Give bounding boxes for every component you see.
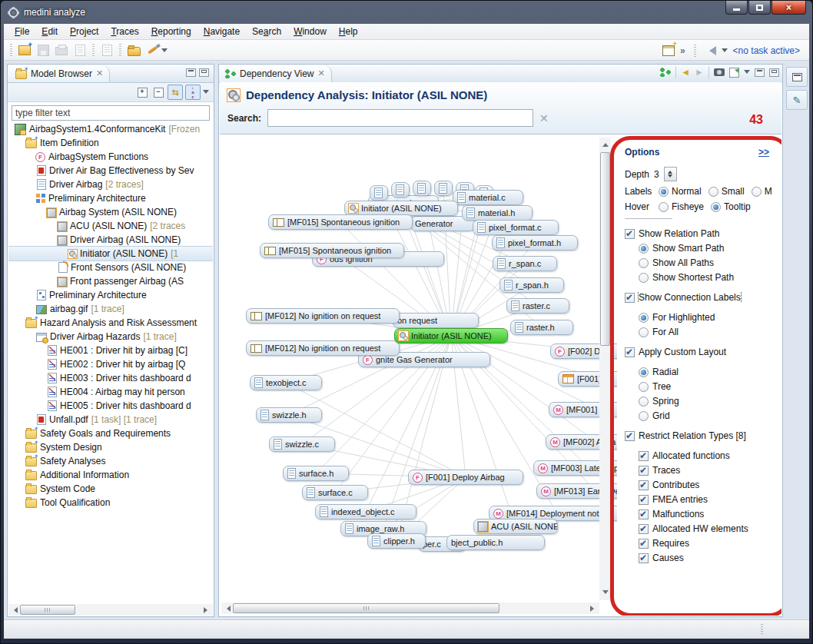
- graph-node-raster-c[interactable]: raster.c: [506, 298, 569, 314]
- view-menu-caret-icon[interactable]: [203, 90, 209, 97]
- radio-small[interactable]: Small: [708, 186, 745, 197]
- new-wizard-button[interactable]: [16, 41, 33, 58]
- graph-node-rspan-h[interactable]: r_span.h: [499, 277, 564, 293]
- dependency-graph-canvas[interactable]: vertex.hmaterial.cmaterial.hInitiator (A…: [220, 134, 781, 616]
- tree-item-preliminary-architecture[interactable]: Preliminary Architecture: [8, 191, 213, 205]
- scroll-left-icon[interactable]: [221, 603, 233, 614]
- graph-node-s3[interactable]: [413, 181, 431, 196]
- checkbox-causes[interactable]: Causes: [639, 553, 780, 563]
- toolbar-overflow-chevron[interactable]: »: [680, 45, 685, 56]
- print-button[interactable]: [53, 41, 70, 58]
- link-with-editor-button[interactable]: ⇆: [168, 85, 183, 100]
- scroll-down-icon[interactable]: [599, 588, 611, 599]
- graph-node-rspan-c[interactable]: r_span.c: [493, 256, 557, 271]
- graph-hscrollbar[interactable]: [221, 603, 599, 614]
- tree-item-preliminary-architecture[interactable]: Preliminary Architecture: [8, 288, 213, 302]
- brush-dropdown-caret-icon[interactable]: [161, 48, 168, 55]
- tree-item-he001-driver-hit-by-ai[interactable]: HE001 : Driver hit by airbag [C]: [8, 344, 213, 357]
- radio-tree[interactable]: Tree: [639, 381, 780, 392]
- scroll-up-icon[interactable]: [599, 138, 611, 149]
- tab-model-browser[interactable]: Model Browser ✕: [8, 65, 110, 82]
- radio-show-all-paths[interactable]: Show All Paths: [639, 257, 780, 268]
- tree-item-airbag-gif[interactable]: airbag.gif[1 trace]: [8, 302, 213, 316]
- checkbox-show-connection-labels[interactable]: Show Connection Labels: [625, 292, 780, 303]
- clear-search-icon[interactable]: ✕: [539, 112, 549, 124]
- radio-radial[interactable]: Radial: [639, 367, 780, 377]
- radio-m[interactable]: M: [752, 186, 772, 197]
- tab-close-icon[interactable]: ✕: [318, 68, 325, 78]
- graph-node-s4[interactable]: [434, 181, 453, 196]
- scroll-thumb[interactable]: [600, 152, 610, 346]
- panel-maximize-icon[interactable]: [199, 68, 209, 77]
- open-button[interactable]: [125, 41, 142, 58]
- tree-item-system-code[interactable]: System Code: [8, 482, 213, 496]
- tab-dependency-view[interactable]: Dependency View ✕: [219, 65, 332, 82]
- graph-node-texobject-c[interactable]: texobject.c: [250, 375, 322, 390]
- tree-item-safety-goals-and-require[interactable]: Safety Goals and Requirements: [8, 427, 213, 440]
- scroll-right-icon[interactable]: [588, 603, 599, 614]
- tree-item-driver-airbag-hazards[interactable]: Driver Airbag Hazards[1 trace]: [8, 330, 213, 344]
- layout-graph-icon[interactable]: [660, 68, 671, 77]
- search-input[interactable]: [267, 109, 533, 127]
- radio-fisheye[interactable]: Fisheye: [659, 201, 704, 212]
- trace-brush-button[interactable]: [144, 41, 161, 58]
- scroll-left-icon[interactable]: [8, 604, 20, 616]
- tree-item-he003-driver-hits-dash[interactable]: HE003 : Driver hits dashboard d: [8, 371, 213, 385]
- tree-item-driver-air-bag-effective[interactable]: Driver Air Bag Effectiveness by Sev: [8, 164, 213, 178]
- screenshot-icon[interactable]: [714, 68, 725, 76]
- menu-item-reporting[interactable]: Reporting: [145, 25, 197, 38]
- graph-node-pixel-c[interactable]: pixel_format.c: [473, 220, 559, 235]
- graph-node-green[interactable]: Initiator (ASIL NONE): [394, 328, 508, 344]
- graph-node-mf015-b[interactable]: [MF015] Spontaneous ignition: [260, 243, 404, 258]
- radio-show-shortest-path[interactable]: Show Shortest Path: [639, 272, 780, 283]
- tree-item-item-definition[interactable]: Item Definition: [8, 136, 213, 150]
- tree-item-airbagsystem1-4conforman[interactable]: AirbagSystem1.4ConformanceKit[Frozen: [8, 122, 213, 136]
- tree-item-driver-airbag[interactable]: Driver Airbag[2 traces]: [8, 178, 213, 191]
- tree-item-acu-asil-none[interactable]: ACU (ASIL NONE)[2 traces: [8, 219, 213, 233]
- graph-node-surface-c[interactable]: surface.c: [302, 485, 368, 500]
- report-button[interactable]: [71, 41, 88, 58]
- history-back-icon[interactable]: ◄: [681, 67, 690, 78]
- task-back-caret-icon[interactable]: [722, 48, 728, 55]
- graph-node-clipper-h[interactable]: clipper.h: [367, 533, 426, 549]
- checkbox-allocated-functions[interactable]: Allocated functions: [639, 450, 780, 461]
- export-image-icon[interactable]: [729, 68, 739, 78]
- tree-item-airbagsystem-functions[interactable]: AirbagSystem Functions: [8, 150, 213, 164]
- expand-all-button[interactable]: +: [135, 85, 149, 99]
- filter-input[interactable]: type filter text: [12, 105, 210, 121]
- menu-item-help[interactable]: Help: [333, 25, 364, 38]
- minimize-button[interactable]: [725, 1, 748, 15]
- radio-grid[interactable]: Grid: [639, 410, 780, 421]
- sort-button[interactable]: ↓az: [185, 85, 201, 100]
- scroll-thumb[interactable]: [233, 603, 499, 613]
- checkbox-allocated-hw-elements[interactable]: Allocated HW elements: [639, 523, 780, 534]
- tree-item-tool-qualification[interactable]: Tool Qualification: [8, 496, 213, 510]
- menu-item-navigate[interactable]: Navigate: [197, 25, 246, 38]
- tree-item-airbag-system-asil-none[interactable]: Airbag System (ASIL NONE): [8, 205, 213, 219]
- checkbox-apply-custom-layout[interactable]: Apply Custom Layout: [625, 347, 780, 357]
- history-forward-icon[interactable]: ►: [695, 67, 704, 78]
- editor-fastview-button[interactable]: ✎: [786, 90, 808, 110]
- collapse-options-link[interactable]: >>: [758, 147, 769, 158]
- depth-stepper[interactable]: [664, 167, 677, 181]
- scroll-right-icon[interactable]: [201, 604, 213, 616]
- task-back-icon[interactable]: [705, 46, 716, 55]
- menu-item-edit[interactable]: Edit: [35, 25, 64, 38]
- graph-node-s2[interactable]: [391, 182, 410, 198]
- checkbox-show-relation-path[interactable]: Show Relation Path: [625, 228, 780, 239]
- save-button[interactable]: [35, 41, 51, 58]
- graph-node-onreq-frag[interactable]: on request: [393, 313, 479, 328]
- graph-node-mf015-a[interactable]: [MF015] Spontaneous ignition: [268, 214, 413, 230]
- menu-item-file[interactable]: File: [8, 25, 35, 38]
- radio-spring[interactable]: Spring: [639, 396, 780, 407]
- validate-button[interactable]: [98, 41, 115, 58]
- graph-node-f001-deploy[interactable]: [F001] Deploy Airbag: [408, 470, 523, 485]
- tree-item-system-design[interactable]: System Design: [8, 440, 213, 454]
- tree-item-hazard-analysis-and-risk[interactable]: Hazard Analysis and Risk Assessment: [8, 316, 213, 330]
- tree-item-he004-airbag-may-hit-p[interactable]: HE004 : Airbag may hit person: [8, 385, 213, 399]
- graph-vscrollbar-end[interactable]: [599, 588, 611, 600]
- menu-item-window[interactable]: Window: [287, 25, 333, 38]
- graph-node-raster-h[interactable]: raster.h: [510, 320, 573, 335]
- tree-item-initiator-asil-none[interactable]: Initiator (ASIL NONE)[1: [8, 247, 213, 261]
- graph-node-mf012-a[interactable]: [MF012] No ignition on request: [246, 308, 400, 324]
